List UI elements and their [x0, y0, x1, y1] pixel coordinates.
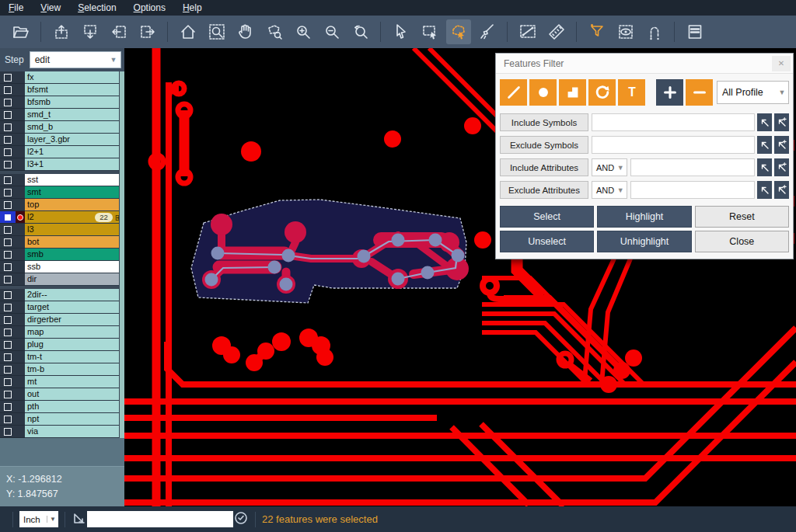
- unselect-button[interactable]: Unselect: [500, 231, 594, 252]
- layer-row-smd_b[interactable]: smd_b: [0, 121, 124, 134]
- layer-row-mt[interactable]: mt: [0, 376, 124, 388]
- layer-visibility-checkbox[interactable]: [0, 146, 16, 158]
- layer-visibility-checkbox[interactable]: [0, 211, 16, 224]
- layer-row-dir[interactable]: dir: [0, 273, 124, 286]
- layer-visibility-checkbox[interactable]: [0, 339, 16, 351]
- layer-visibility-checkbox[interactable]: [0, 158, 16, 171]
- pick-symbol-icon[interactable]: [757, 136, 772, 154]
- layer-visibility-checkbox[interactable]: [0, 224, 16, 236]
- layer-visibility-checkbox[interactable]: [0, 236, 16, 249]
- clear-brush-icon[interactable]: [475, 19, 500, 44]
- layer-row-layer_3.gbr[interactable]: layer_3.gbr: [0, 134, 124, 146]
- select-button[interactable]: Select: [500, 206, 594, 228]
- polygon-select-icon[interactable]: [446, 19, 471, 44]
- layer-name[interactable]: tm-b: [25, 363, 124, 376]
- unhighlight-button[interactable]: Unhighlight: [597, 231, 691, 252]
- pan-right-icon[interactable]: [135, 19, 160, 44]
- exclude-attributes-operator[interactable]: AND▼: [592, 181, 627, 199]
- layer-row-l3[interactable]: l3: [0, 224, 124, 236]
- pick-symbol-icon[interactable]: [757, 113, 772, 131]
- layer-name[interactable]: bfsmb: [25, 96, 124, 109]
- layer-row-fx[interactable]: fx: [0, 71, 124, 84]
- include-attributes-input[interactable]: [630, 158, 755, 176]
- layer-row-2dir--[interactable]: 2dir--: [0, 289, 124, 301]
- snap-icon[interactable]: [642, 19, 667, 44]
- layer-name[interactable]: mt: [25, 376, 124, 388]
- exclude-attributes-button[interactable]: Exclude Attributes: [500, 181, 588, 199]
- layer-name[interactable]: l3: [25, 224, 124, 236]
- exclude-symbols-button[interactable]: Exclude Symbols: [500, 136, 588, 154]
- layer-row-smb[interactable]: smb: [0, 249, 124, 261]
- layer-visibility-checkbox[interactable]: [0, 71, 16, 84]
- layer-name[interactable]: bot: [25, 236, 124, 249]
- pick-attribute-icon[interactable]: [757, 158, 772, 176]
- layer-name[interactable]: smt: [25, 186, 124, 199]
- layer-name[interactable]: 2dir--: [25, 289, 124, 301]
- pad-feature-button[interactable]: [529, 79, 557, 106]
- layer-name[interactable]: sst: [25, 174, 124, 186]
- highlight-button[interactable]: Highlight: [597, 206, 691, 228]
- layer-name[interactable]: top: [25, 199, 124, 211]
- layer-row-l2[interactable]: l222⊞: [0, 211, 124, 224]
- exclude-symbols-input[interactable]: [592, 136, 755, 154]
- layer-visibility-checkbox[interactable]: [0, 109, 16, 121]
- layer-name[interactable]: ssb: [25, 261, 124, 273]
- layer-name[interactable]: l222⊞: [25, 211, 124, 224]
- layer-visibility-checkbox[interactable]: [0, 174, 16, 186]
- remove-filter-button[interactable]: [686, 79, 713, 106]
- zoom-fit-icon[interactable]: [204, 19, 229, 44]
- menu-view[interactable]: View: [32, 0, 69, 16]
- pick-add-attribute-icon[interactable]: [774, 181, 789, 199]
- units-dropdown[interactable]: Inch ▼: [19, 511, 58, 527]
- layer-visibility-checkbox[interactable]: [0, 134, 16, 146]
- layer-scrollbar[interactable]: [119, 71, 124, 438]
- layer-name[interactable]: map: [25, 326, 124, 339]
- include-symbols-input[interactable]: [592, 113, 755, 131]
- layer-row-npt[interactable]: npt: [0, 413, 124, 426]
- layer-name[interactable]: smd_b: [25, 121, 124, 134]
- layer-row-via[interactable]: via: [0, 426, 124, 438]
- layer-visibility-checkbox[interactable]: [0, 351, 16, 363]
- include-attributes-button[interactable]: Include Attributes: [500, 158, 588, 176]
- layer-name[interactable]: l3+1: [25, 158, 124, 171]
- command-input[interactable]: [87, 511, 233, 527]
- pick-add-attribute-icon[interactable]: [774, 158, 789, 176]
- layer-row-bot[interactable]: bot: [0, 236, 124, 249]
- pick-add-symbol-icon[interactable]: [774, 113, 789, 131]
- layer-row-tm-t[interactable]: tm-t: [0, 351, 124, 363]
- layer-row-out[interactable]: out: [0, 388, 124, 401]
- layer-name[interactable]: pth: [25, 401, 124, 413]
- layer-row-dirgerber[interactable]: dirgerber: [0, 314, 124, 326]
- layers-panel-icon[interactable]: [683, 19, 707, 44]
- layer-name[interactable]: l2+1: [25, 146, 124, 158]
- corner-measure-icon[interactable]: [72, 510, 87, 529]
- layer-visibility-checkbox[interactable]: [0, 301, 16, 314]
- layer-row-smt[interactable]: smt: [0, 186, 124, 199]
- layer-name[interactable]: smb: [25, 249, 124, 261]
- layer-visibility-checkbox[interactable]: [0, 376, 16, 388]
- close-button[interactable]: Close: [695, 231, 789, 252]
- arc-feature-button[interactable]: [588, 79, 616, 106]
- layer-row-smd_t[interactable]: smd_t: [0, 109, 124, 121]
- layer-visibility-checkbox[interactable]: [0, 249, 16, 261]
- layer-visibility-checkbox[interactable]: [0, 289, 16, 301]
- layer-visibility-checkbox[interactable]: [0, 401, 16, 413]
- zoom-in-icon[interactable]: [291, 19, 316, 44]
- menu-help[interactable]: Help: [174, 0, 211, 16]
- layer-row-target[interactable]: target: [0, 301, 124, 314]
- open-file-icon[interactable]: [9, 19, 33, 44]
- zoom-previous-icon[interactable]: [348, 19, 373, 44]
- include-symbols-button[interactable]: Include Symbols: [500, 113, 588, 131]
- reset-button[interactable]: Reset: [695, 206, 789, 228]
- layer-visibility-checkbox[interactable]: [0, 199, 16, 211]
- line-feature-button[interactable]: [500, 79, 527, 106]
- layer-name[interactable]: dir: [25, 273, 124, 286]
- layer-visibility-checkbox[interactable]: [0, 413, 16, 426]
- profile-dropdown[interactable]: All Profile ▼: [717, 81, 789, 104]
- zoom-out-icon[interactable]: [319, 19, 344, 44]
- layer-visibility-checkbox[interactable]: [0, 186, 16, 199]
- layer-visibility-checkbox[interactable]: [0, 273, 16, 286]
- pick-add-symbol-icon[interactable]: [774, 136, 789, 154]
- layer-row-ssb[interactable]: ssb: [0, 261, 124, 273]
- surface-feature-button[interactable]: [559, 79, 586, 106]
